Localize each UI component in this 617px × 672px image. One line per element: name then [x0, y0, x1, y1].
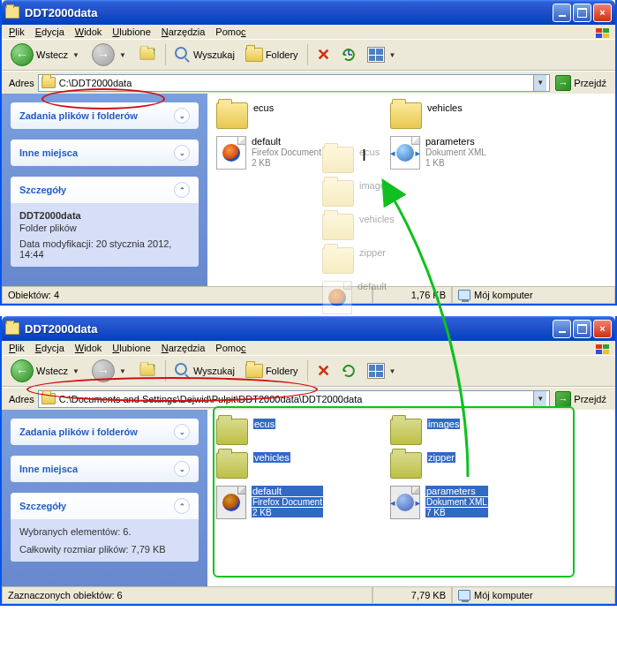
svg-rect-6 [596, 350, 602, 354]
menu-file[interactable]: Plik [9, 343, 25, 353]
sidebar: Zadania plików i folderów⌄ Inne miejsca⌄… [2, 410, 207, 586]
windows-flag-icon [594, 26, 612, 41]
menu-edit[interactable]: Edycja [35, 26, 64, 37]
details-selected: Wybranych elementów: 6. [19, 526, 190, 537]
folder-item-ecus[interactable]: ecus [216, 102, 380, 129]
file-list[interactable]: ecus vehicles defaultFirefox Document2 K… [207, 94, 615, 286]
svg-rect-7 [603, 350, 609, 354]
menu-edit[interactable]: Edycja [35, 343, 64, 353]
forward-button[interactable]: →▼ [88, 42, 132, 68]
tasks-header[interactable]: Zadania plików i folderów⌄ [11, 102, 199, 129]
file-item-default[interactable]: defaultFirefox Document2 KB [216, 486, 380, 519]
forward-button[interactable]: →▼ [88, 358, 132, 384]
details-modified: Data modyfikacji: 20 stycznia 2012, 14:4… [19, 238, 190, 260]
address-dropdown[interactable]: ▼ [533, 75, 546, 91]
computer-icon [458, 590, 470, 600]
chevron-icon: ⌃ [174, 182, 190, 198]
close-button[interactable]: × [593, 320, 612, 338]
menu-fav[interactable]: Ulubione [112, 26, 150, 37]
status-objects: Obiektów: 4 [2, 287, 372, 304]
file-list[interactable]: ecus images vehicles zipper defaultFiref… [207, 410, 615, 586]
delete-button[interactable]: ✕ [313, 359, 334, 382]
statusbar: Zaznaczonych obiektów: 6 7,79 KB Mój kom… [2, 586, 615, 604]
details-name: DDT2000data [19, 210, 190, 221]
menu-view[interactable]: Widok [75, 26, 102, 37]
folder-icon [216, 419, 248, 445]
back-button[interactable]: ←Wstecz▼ [7, 358, 85, 384]
folder-icon [216, 102, 248, 129]
statusbar: Obiektów: 4 1,76 KB Mój komputer [2, 286, 615, 304]
svg-rect-1 [603, 28, 609, 33]
svg-rect-4 [596, 344, 602, 349]
folders-button[interactable]: Foldery [242, 46, 302, 64]
refresh-button[interactable] [337, 361, 360, 381]
file-item-parameters[interactable]: parametersDokument XML1 KB [390, 136, 553, 170]
back-button[interactable]: ←Wstecz▼ [7, 42, 85, 68]
folder-icon [390, 102, 422, 129]
address-label: Adres [9, 78, 34, 88]
details-header[interactable]: Szczegóły⌃ [11, 493, 199, 519]
titlebar[interactable]: DDT2000data × [2, 0, 615, 25]
address-input[interactable]: C:\DDT2000data ▼ [38, 74, 551, 92]
svg-rect-5 [603, 344, 609, 349]
details-panel: Szczegóły⌃ Wybranych elementów: 6. Całko… [11, 493, 199, 562]
menu-file[interactable]: Plik [9, 26, 25, 37]
folder-item-zipper[interactable]: zipper [390, 452, 553, 479]
menu-view[interactable]: Widok [75, 343, 102, 353]
svg-rect-2 [596, 34, 602, 38]
maximize-button[interactable] [573, 4, 591, 22]
search-button[interactable]: Wyszukaj [171, 361, 238, 381]
address-bar: Adres C:\DDT2000data ▼ →Przejdź [2, 71, 615, 94]
other-header[interactable]: Inne miejsca⌄ [11, 456, 199, 482]
menu-fav[interactable]: Ulubione [112, 343, 150, 353]
chevron-icon: ⌄ [174, 461, 190, 477]
svg-rect-3 [603, 34, 609, 38]
up-button[interactable] [135, 361, 160, 381]
folder-item-vehicles[interactable]: vehicles [390, 102, 553, 129]
views-button[interactable]: ▼ [364, 45, 402, 64]
minimize-button[interactable] [553, 4, 571, 22]
minimize-button[interactable] [553, 320, 571, 338]
address-path: C:\Documents and Settings\Dejwid\Pulpit\… [59, 394, 363, 404]
folder-icon [390, 419, 422, 445]
chevron-icon: ⌄ [174, 108, 190, 124]
titlebar[interactable]: DDT2000data × [2, 316, 615, 341]
status-location: Mój komputer [452, 587, 615, 604]
address-path: C:\DDT2000data [59, 78, 132, 88]
folder-icon [216, 452, 248, 479]
delete-button[interactable]: ✕ [313, 43, 334, 66]
go-button[interactable]: →Przejdź [553, 389, 608, 409]
address-input[interactable]: C:\Documents and Settings\Dejwid\Pulpit\… [38, 390, 551, 408]
folder-item-vehicles[interactable]: vehicles [216, 452, 380, 479]
menu-tools[interactable]: Narzędzia [162, 343, 206, 353]
file-item-parameters[interactable]: parametersDokument XML7 KB [390, 486, 553, 519]
folder-item-ecus[interactable]: ecus [216, 419, 380, 445]
details-panel: Szczegóły⌃ DDT2000data Folder plików Dat… [11, 177, 199, 267]
other-header[interactable]: Inne miejsca⌄ [11, 140, 199, 166]
up-button[interactable] [135, 45, 160, 64]
chevron-icon: ⌄ [174, 145, 190, 161]
status-location: Mój komputer [452, 287, 615, 304]
menu-tools[interactable]: Narzędzia [162, 26, 206, 37]
folder-item-images[interactable]: images [390, 419, 553, 445]
folders-button[interactable]: Foldery [242, 362, 302, 380]
maximize-button[interactable] [573, 320, 591, 338]
views-button[interactable]: ▼ [364, 361, 402, 381]
address-label: Adres [9, 394, 34, 404]
refresh-button[interactable] [337, 45, 360, 64]
tasks-header[interactable]: Zadania plików i folderów⌄ [11, 419, 199, 445]
close-button[interactable]: × [593, 4, 612, 22]
window-title: DDT2000data [25, 6, 553, 19]
file-item-default[interactable]: defaultFirefox Document2 KB [216, 136, 380, 170]
details-size: Całkowity rozmiar plików: 7,79 KB [19, 544, 190, 555]
xml-doc-icon [390, 136, 420, 170]
explorer-window-bottom: DDT2000data × Plik Edycja Widok Ulubione… [0, 316, 617, 606]
menu-help[interactable]: Pomoc [215, 26, 245, 37]
address-dropdown[interactable]: ▼ [533, 391, 546, 407]
toolbar: ←Wstecz▼ →▼ Wyszukaj Foldery ✕ ▼ [2, 39, 615, 71]
details-header[interactable]: Szczegóły⌃ [11, 177, 199, 203]
go-button[interactable]: →Przejdź [553, 73, 608, 93]
menu-help[interactable]: Pomoc [215, 343, 245, 353]
search-button[interactable]: Wyszukaj [171, 45, 238, 64]
menubar: Plik Edycja Widok Ulubione Narzędzia Pom… [2, 341, 615, 355]
